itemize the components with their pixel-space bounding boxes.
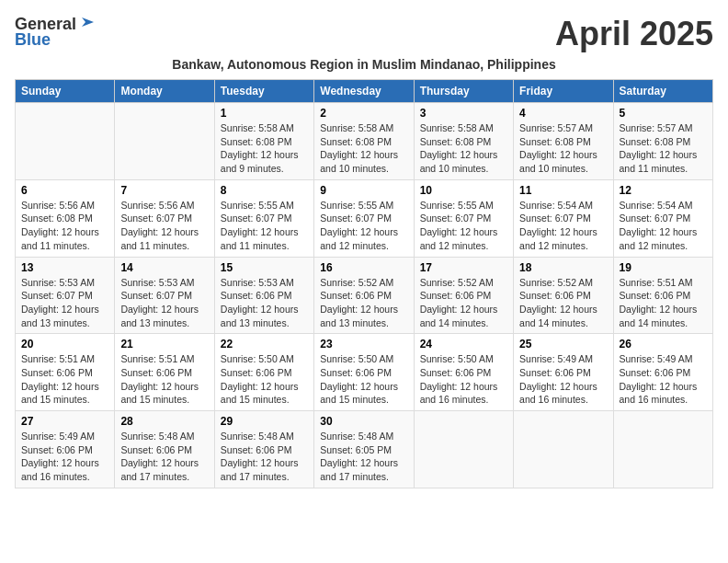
- day-info: Sunrise: 5:54 AMSunset: 6:07 PMDaylight:…: [519, 199, 607, 253]
- day-number: 25: [519, 338, 607, 350]
- header-cell-thursday: Thursday: [414, 80, 513, 103]
- day-cell: 9Sunrise: 5:55 AMSunset: 6:07 PMDaylight…: [314, 179, 414, 257]
- day-info: Sunrise: 5:57 AMSunset: 6:08 PMDaylight:…: [620, 121, 707, 176]
- day-cell: 24Sunrise: 5:50 AMSunset: 6:06 PMDayligh…: [414, 334, 513, 411]
- day-number: 26: [620, 338, 707, 350]
- day-cell: 29Sunrise: 5:48 AMSunset: 6:06 PMDayligh…: [214, 411, 313, 488]
- day-cell: [16, 103, 115, 180]
- logo: General Blue: [15, 15, 95, 50]
- header-cell-monday: Monday: [115, 80, 214, 103]
- day-cell: 5Sunrise: 5:57 AMSunset: 6:08 PMDaylight…: [613, 103, 712, 180]
- month-title: April 2025: [555, 15, 713, 53]
- day-info: Sunrise: 5:57 AMSunset: 6:08 PMDaylight:…: [519, 121, 607, 176]
- day-cell: 28Sunrise: 5:48 AMSunset: 6:06 PMDayligh…: [115, 411, 214, 488]
- day-number: 16: [320, 261, 407, 274]
- day-number: 10: [420, 184, 507, 197]
- day-cell: 30Sunrise: 5:48 AMSunset: 6:05 PMDayligh…: [314, 411, 414, 488]
- day-cell: 22Sunrise: 5:50 AMSunset: 6:06 PMDayligh…: [214, 334, 313, 411]
- day-number: 13: [21, 261, 108, 274]
- day-cell: 6Sunrise: 5:56 AMSunset: 6:08 PMDaylight…: [16, 179, 115, 257]
- day-info: Sunrise: 5:55 AMSunset: 6:07 PMDaylight:…: [420, 199, 507, 253]
- week-row-5: 27Sunrise: 5:49 AMSunset: 6:06 PMDayligh…: [16, 411, 713, 488]
- day-cell: 26Sunrise: 5:49 AMSunset: 6:06 PMDayligh…: [613, 334, 712, 411]
- day-info: Sunrise: 5:51 AMSunset: 6:06 PMDaylight:…: [21, 352, 108, 407]
- day-cell: 4Sunrise: 5:57 AMSunset: 6:08 PMDaylight…: [514, 103, 613, 180]
- day-number: 20: [21, 338, 108, 350]
- day-cell: 7Sunrise: 5:56 AMSunset: 6:07 PMDaylight…: [115, 179, 214, 257]
- day-cell: 27Sunrise: 5:49 AMSunset: 6:06 PMDayligh…: [16, 411, 115, 488]
- day-cell: 14Sunrise: 5:53 AMSunset: 6:07 PMDayligh…: [115, 257, 214, 334]
- day-info: Sunrise: 5:56 AMSunset: 6:08 PMDaylight:…: [21, 199, 108, 253]
- day-number: 3: [420, 107, 507, 120]
- day-number: 24: [420, 338, 507, 350]
- day-cell: [514, 411, 613, 488]
- day-cell: 1Sunrise: 5:58 AMSunset: 6:08 PMDaylight…: [214, 103, 313, 180]
- day-cell: 11Sunrise: 5:54 AMSunset: 6:07 PMDayligh…: [514, 179, 613, 257]
- logo-bird-icon: [77, 17, 94, 32]
- day-cell: 10Sunrise: 5:55 AMSunset: 6:07 PMDayligh…: [414, 179, 513, 257]
- day-info: Sunrise: 5:52 AMSunset: 6:06 PMDaylight:…: [420, 276, 507, 330]
- logo-blue-text: Blue: [15, 30, 51, 50]
- day-info: Sunrise: 5:50 AMSunset: 6:06 PMDaylight:…: [320, 352, 407, 407]
- day-info: Sunrise: 5:48 AMSunset: 6:05 PMDaylight:…: [320, 430, 407, 484]
- day-cell: 15Sunrise: 5:53 AMSunset: 6:06 PMDayligh…: [214, 257, 313, 334]
- day-info: Sunrise: 5:49 AMSunset: 6:06 PMDaylight:…: [21, 430, 108, 484]
- day-info: Sunrise: 5:50 AMSunset: 6:06 PMDaylight:…: [420, 352, 507, 407]
- day-info: Sunrise: 5:53 AMSunset: 6:07 PMDaylight:…: [21, 276, 108, 330]
- calendar-body: 1Sunrise: 5:58 AMSunset: 6:08 PMDaylight…: [16, 103, 713, 488]
- day-number: 30: [320, 415, 407, 428]
- day-number: 22: [221, 338, 308, 350]
- day-number: 8: [221, 184, 308, 197]
- week-row-4: 20Sunrise: 5:51 AMSunset: 6:06 PMDayligh…: [16, 334, 713, 411]
- header: General Blue April 2025: [15, 15, 713, 53]
- header-cell-saturday: Saturday: [613, 80, 712, 103]
- day-cell: 2Sunrise: 5:58 AMSunset: 6:08 PMDaylight…: [314, 103, 414, 180]
- day-number: 9: [320, 184, 407, 197]
- day-number: 7: [120, 184, 208, 197]
- calendar-subtitle: Bankaw, Autonomous Region in Muslim Mind…: [15, 57, 713, 72]
- day-info: Sunrise: 5:55 AMSunset: 6:07 PMDaylight:…: [221, 199, 308, 253]
- day-number: 15: [221, 261, 308, 274]
- header-cell-friday: Friday: [514, 80, 613, 103]
- day-number: 1: [221, 107, 308, 120]
- day-info: Sunrise: 5:48 AMSunset: 6:06 PMDaylight:…: [221, 430, 308, 484]
- day-number: 18: [519, 261, 607, 274]
- header-row: SundayMondayTuesdayWednesdayThursdayFrid…: [16, 80, 713, 103]
- day-number: 23: [320, 338, 407, 350]
- day-info: Sunrise: 5:58 AMSunset: 6:08 PMDaylight:…: [221, 121, 308, 176]
- day-number: 27: [21, 415, 108, 428]
- day-number: 2: [320, 107, 407, 120]
- day-number: 17: [420, 261, 507, 274]
- day-info: Sunrise: 5:55 AMSunset: 6:07 PMDaylight:…: [320, 199, 407, 253]
- day-number: 5: [620, 107, 707, 120]
- week-row-3: 13Sunrise: 5:53 AMSunset: 6:07 PMDayligh…: [16, 257, 713, 334]
- day-cell: 17Sunrise: 5:52 AMSunset: 6:06 PMDayligh…: [414, 257, 513, 334]
- header-cell-sunday: Sunday: [16, 80, 115, 103]
- day-cell: 16Sunrise: 5:52 AMSunset: 6:06 PMDayligh…: [314, 257, 414, 334]
- day-info: Sunrise: 5:54 AMSunset: 6:07 PMDaylight:…: [620, 199, 707, 253]
- day-number: 28: [120, 415, 208, 428]
- day-cell: 23Sunrise: 5:50 AMSunset: 6:06 PMDayligh…: [314, 334, 414, 411]
- day-cell: 3Sunrise: 5:58 AMSunset: 6:08 PMDaylight…: [414, 103, 513, 180]
- day-cell: 18Sunrise: 5:52 AMSunset: 6:06 PMDayligh…: [514, 257, 613, 334]
- day-cell: [115, 103, 214, 180]
- day-info: Sunrise: 5:48 AMSunset: 6:06 PMDaylight:…: [120, 430, 208, 484]
- day-cell: 21Sunrise: 5:51 AMSunset: 6:06 PMDayligh…: [115, 334, 214, 411]
- day-number: 29: [221, 415, 308, 428]
- day-info: Sunrise: 5:51 AMSunset: 6:06 PMDaylight:…: [620, 276, 707, 330]
- day-cell: 8Sunrise: 5:55 AMSunset: 6:07 PMDaylight…: [214, 179, 313, 257]
- day-number: 21: [120, 338, 208, 350]
- day-info: Sunrise: 5:53 AMSunset: 6:06 PMDaylight:…: [221, 276, 308, 330]
- day-info: Sunrise: 5:58 AMSunset: 6:08 PMDaylight:…: [320, 121, 407, 176]
- day-cell: 20Sunrise: 5:51 AMSunset: 6:06 PMDayligh…: [16, 334, 115, 411]
- week-row-2: 6Sunrise: 5:56 AMSunset: 6:08 PMDaylight…: [16, 179, 713, 257]
- day-info: Sunrise: 5:53 AMSunset: 6:07 PMDaylight:…: [120, 276, 208, 330]
- day-cell: 25Sunrise: 5:49 AMSunset: 6:06 PMDayligh…: [514, 334, 613, 411]
- day-info: Sunrise: 5:56 AMSunset: 6:07 PMDaylight:…: [120, 199, 208, 253]
- day-info: Sunrise: 5:50 AMSunset: 6:06 PMDaylight:…: [221, 352, 308, 407]
- week-row-1: 1Sunrise: 5:58 AMSunset: 6:08 PMDaylight…: [16, 103, 713, 180]
- header-cell-wednesday: Wednesday: [314, 80, 414, 103]
- day-cell: 19Sunrise: 5:51 AMSunset: 6:06 PMDayligh…: [613, 257, 712, 334]
- day-info: Sunrise: 5:52 AMSunset: 6:06 PMDaylight:…: [320, 276, 407, 330]
- calendar-header: SundayMondayTuesdayWednesdayThursdayFrid…: [16, 80, 713, 103]
